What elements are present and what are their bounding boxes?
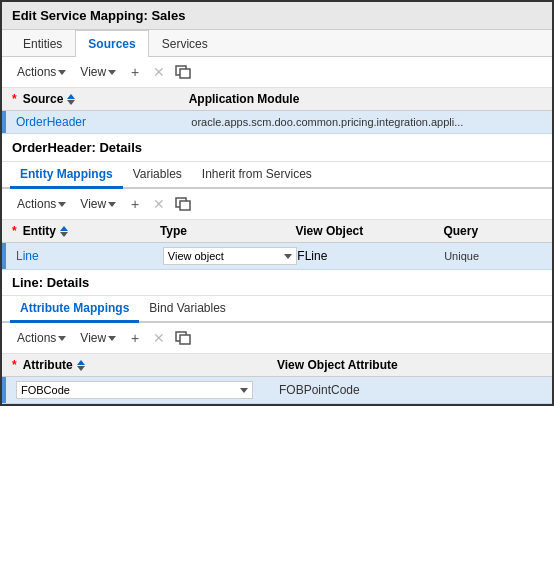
delete-button[interactable]: ✕ bbox=[149, 62, 169, 82]
sources-toolbar: Actions View + ✕ bbox=[2, 57, 552, 88]
attr-actions-button[interactable]: Actions bbox=[12, 329, 71, 347]
top-tabs: Entities Sources Services bbox=[2, 30, 552, 57]
tab-bind-variables[interactable]: Bind Variables bbox=[139, 296, 236, 323]
sort-icons bbox=[67, 94, 75, 105]
attr-actions-arrow-icon bbox=[58, 336, 66, 341]
detach-button[interactable] bbox=[173, 62, 193, 82]
svg-rect-1 bbox=[180, 69, 190, 78]
title-bar: Edit Service Mapping: Sales bbox=[2, 2, 552, 30]
attr-table-header: * Attribute View Object Attribute bbox=[2, 354, 552, 377]
attr-table-row[interactable]: FOBCode FOBPointCode bbox=[2, 377, 552, 404]
sort-up-icon bbox=[67, 94, 75, 99]
selection-bar bbox=[2, 111, 6, 133]
col-viewobj-header: View Object bbox=[295, 224, 443, 238]
detach-icon bbox=[175, 65, 191, 79]
query-cell: Unique bbox=[444, 250, 542, 262]
bottom-tabs: Attribute Mappings Bind Variables bbox=[2, 296, 552, 323]
attr-toolbar: Actions View + ✕ bbox=[2, 323, 552, 354]
view-arrow-icon bbox=[108, 70, 116, 75]
inner-actions-arrow-icon bbox=[58, 202, 66, 207]
inner-actions-button[interactable]: Actions bbox=[12, 195, 71, 213]
type-select-arrow-icon bbox=[284, 254, 292, 259]
col-appmod-header: Application Module bbox=[189, 92, 542, 106]
actions-arrow-icon bbox=[58, 70, 66, 75]
type-select[interactable]: View object bbox=[163, 247, 298, 265]
attr-sort-icons bbox=[77, 360, 85, 371]
entity-sort-down-icon bbox=[60, 232, 68, 237]
tab-variables[interactable]: Variables bbox=[123, 162, 192, 189]
viewattr-cell: FOBPointCode bbox=[279, 383, 542, 397]
tab-attribute-mappings[interactable]: Attribute Mappings bbox=[10, 296, 139, 323]
attr-select-arrow-icon bbox=[240, 388, 248, 393]
attr-add-button[interactable]: + bbox=[125, 328, 145, 348]
attr-required-star: * bbox=[12, 358, 17, 372]
entity-table-header: * Entity Type View Object Query bbox=[2, 220, 552, 243]
tab-entity-mappings[interactable]: Entity Mappings bbox=[10, 162, 123, 189]
appmod-cell: oracle.apps.scm.doo.common.pricing.integ… bbox=[191, 116, 542, 128]
attr-cell: FOBCode bbox=[16, 381, 279, 399]
page-title: Edit Service Mapping: Sales bbox=[12, 8, 185, 23]
attr-selection-bar bbox=[2, 377, 6, 403]
svg-rect-5 bbox=[180, 335, 190, 344]
tab-services[interactable]: Services bbox=[149, 30, 221, 57]
detail-header: OrderHeader: Details bbox=[2, 134, 552, 162]
tab-sources[interactable]: Sources bbox=[75, 30, 148, 57]
viewobj-cell: FLine bbox=[297, 249, 444, 263]
source-table-header: * Source Application Module bbox=[2, 88, 552, 111]
attr-detach-button[interactable] bbox=[173, 328, 193, 348]
inner-detach-button[interactable] bbox=[173, 194, 193, 214]
main-container: Edit Service Mapping: Sales Entities Sou… bbox=[0, 0, 554, 406]
tab-inherit-from-services[interactable]: Inherit from Services bbox=[192, 162, 322, 189]
tab-entities[interactable]: Entities bbox=[10, 30, 75, 57]
attr-view-button[interactable]: View bbox=[75, 329, 121, 347]
attr-view-arrow-icon bbox=[108, 336, 116, 341]
line-detail-header: Line: Details bbox=[2, 270, 552, 296]
inner-add-button[interactable]: + bbox=[125, 194, 145, 214]
inner-detach-icon bbox=[175, 197, 191, 211]
view-button[interactable]: View bbox=[75, 63, 121, 81]
svg-rect-3 bbox=[180, 201, 190, 210]
entity-sort-up-icon bbox=[60, 226, 68, 231]
entity-sort-icons bbox=[60, 226, 68, 237]
inner-tabs: Entity Mappings Variables Inherit from S… bbox=[2, 162, 552, 189]
attr-detach-icon bbox=[175, 331, 191, 345]
col-query-header: Query bbox=[443, 224, 542, 238]
col-type-header: Type bbox=[160, 224, 296, 238]
source-cell: OrderHeader bbox=[16, 115, 191, 129]
attr-sort-down-icon bbox=[77, 366, 85, 371]
col-viewattr-header: View Object Attribute bbox=[277, 358, 542, 372]
inner-view-button[interactable]: View bbox=[75, 195, 121, 213]
entity-table-row[interactable]: Line View object FLine Unique bbox=[2, 243, 552, 270]
type-cell: View object bbox=[163, 247, 298, 265]
inner-delete-button[interactable]: ✕ bbox=[149, 194, 169, 214]
inner-view-arrow-icon bbox=[108, 202, 116, 207]
entity-required-star: * bbox=[12, 224, 17, 238]
add-button[interactable]: + bbox=[125, 62, 145, 82]
attr-delete-button[interactable]: ✕ bbox=[149, 328, 169, 348]
attr-sort-up-icon bbox=[77, 360, 85, 365]
attr-select[interactable]: FOBCode bbox=[16, 381, 253, 399]
entity-cell: Line bbox=[16, 249, 163, 263]
entity-toolbar: Actions View + ✕ bbox=[2, 189, 552, 220]
sort-down-icon bbox=[67, 100, 75, 105]
source-table-row[interactable]: OrderHeader oracle.apps.scm.doo.common.p… bbox=[2, 111, 552, 134]
actions-button[interactable]: Actions bbox=[12, 63, 71, 81]
entity-selection-bar bbox=[2, 243, 6, 269]
required-star: * bbox=[12, 92, 17, 106]
